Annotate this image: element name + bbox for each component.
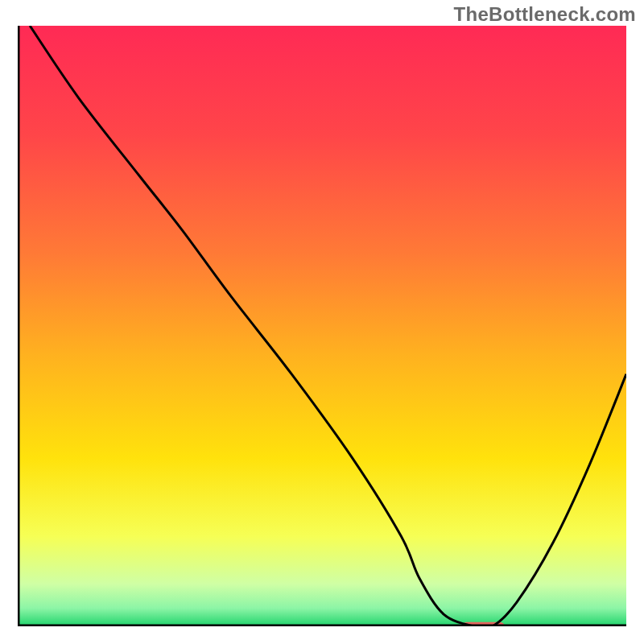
plot-frame	[18, 26, 626, 626]
watermark-text: TheBottleneck.com	[454, 3, 636, 26]
chart-container: TheBottleneck.com	[0, 0, 644, 644]
plot-background-gradient	[18, 26, 626, 626]
bottleneck-chart	[18, 26, 626, 626]
